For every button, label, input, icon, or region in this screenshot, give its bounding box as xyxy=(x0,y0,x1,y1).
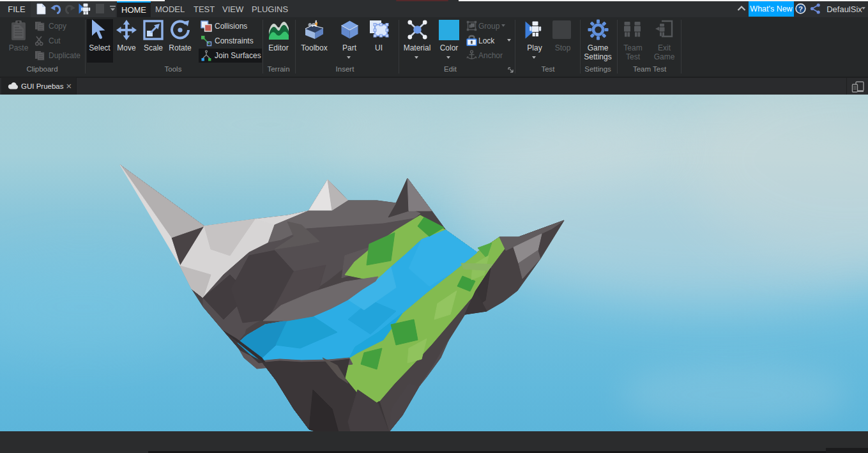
svg-text:?: ? xyxy=(798,5,803,13)
